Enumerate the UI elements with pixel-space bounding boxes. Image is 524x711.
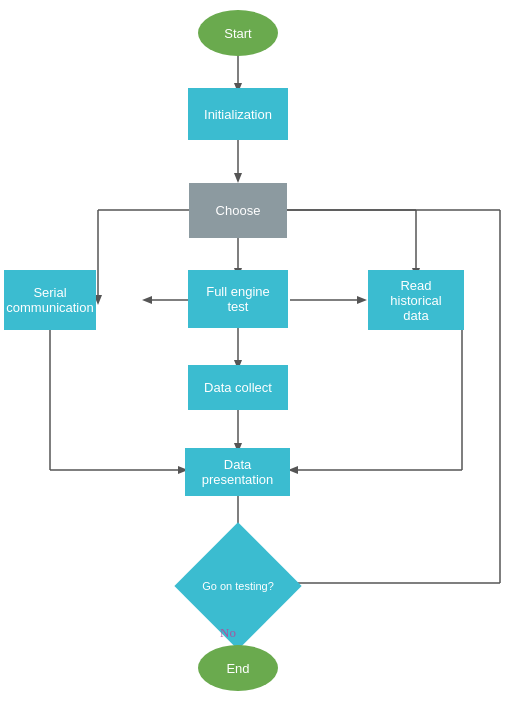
svg-marker-3 (234, 173, 242, 183)
svg-marker-13 (357, 296, 367, 304)
choose-node: Choose (189, 183, 287, 238)
svg-marker-15 (142, 296, 152, 304)
full-engine-test-node: Full engine test (188, 270, 288, 328)
serial-communication-node: Serial communication (4, 270, 96, 330)
end-label: End (226, 661, 249, 676)
start-node: Start (198, 10, 278, 56)
serial-communication-label: Serial communication (6, 285, 93, 315)
read-historical-data-node: Read historical data (368, 270, 464, 330)
data-presentation-node: Data presentation (185, 448, 290, 496)
no-label: No (220, 625, 236, 641)
end-node: End (198, 645, 278, 691)
start-label: Start (224, 26, 251, 41)
data-collect-label: Data collect (204, 380, 272, 395)
initialization-node: Initialization (188, 88, 288, 140)
full-engine-test-label: Full engine test (206, 284, 270, 314)
read-historical-data-label: Read historical data (390, 278, 441, 323)
initialization-label: Initialization (204, 107, 272, 122)
go-on-testing-node: Go on testing? (193, 548, 283, 623)
choose-label: Choose (216, 203, 261, 218)
go-on-testing-label: Go on testing? (202, 580, 274, 592)
data-collect-node: Data collect (188, 365, 288, 410)
data-presentation-label: Data presentation (202, 457, 274, 487)
